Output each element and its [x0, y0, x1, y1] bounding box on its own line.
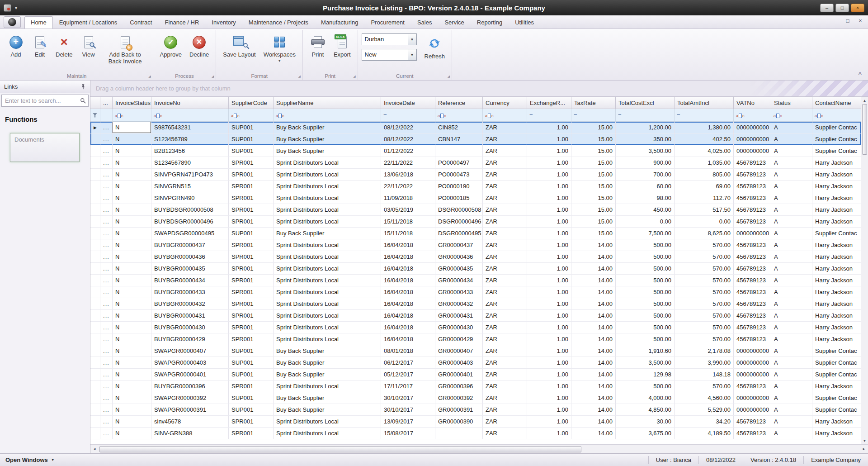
horizontal-scrollbar[interactable]: ◄ ►	[90, 444, 868, 453]
table-row[interactable]: ...NBUYBGR00000434SPR001Sprint Distribut…	[90, 275, 861, 286]
cell-Status[interactable]: A	[771, 133, 812, 145]
row-expand-button[interactable]: ...	[100, 286, 113, 298]
cell-InvoiceStatus[interactable]: N	[113, 181, 151, 192]
cell-TotalCostExcl[interactable]: 500.00	[616, 333, 675, 345]
cell-SupplierCode[interactable]: SPR001	[229, 239, 274, 251]
cell-SupplierCode[interactable]: SPR001	[229, 157, 274, 168]
cell-InvoiceStatus[interactable]: N	[113, 228, 151, 239]
row-expand-button[interactable]: ...	[100, 169, 113, 180]
cell-Currency[interactable]: ZAR	[483, 380, 527, 392]
cell-InvoiceNo[interactable]: BUYBGR00000434	[151, 275, 229, 286]
cell-VATNo[interactable]: 456789123	[734, 416, 771, 427]
cell-TaxRate[interactable]: 15.00	[571, 216, 616, 227]
cell-InvoiceStatus[interactable]: N	[113, 416, 151, 427]
cell-ExchangeRate[interactable]: 1.00	[527, 133, 571, 145]
cell-VATNo[interactable]: 0000000000	[734, 392, 771, 404]
filter-cell-InvoiceStatus[interactable]: ac	[113, 109, 151, 121]
filter-cell-Status[interactable]: ac	[771, 109, 812, 121]
cell-ContactName[interactable]: Harry Jackson	[812, 216, 861, 227]
row-expand-button[interactable]: ...	[100, 310, 113, 321]
cell-TaxRate[interactable]: 15.00	[571, 157, 616, 168]
cell-ExchangeRate[interactable]: 1.00	[527, 404, 571, 415]
cell-SupplierCode[interactable]: SUP001	[229, 122, 274, 133]
filter-cell-TaxRate[interactable]: =	[571, 109, 616, 121]
cell-ExchangeRate[interactable]: 1.00	[527, 122, 571, 133]
cell-Status[interactable]: A	[771, 122, 812, 133]
column-header-InvoiceDate[interactable]: InvoiceDate	[381, 97, 435, 109]
cell-VATNo[interactable]: 456789123	[734, 192, 771, 204]
cell-InvoiceStatus[interactable]: N	[113, 333, 151, 345]
cell-InvoiceDate[interactable]: 16/04/2018	[381, 251, 435, 262]
cell-ContactName[interactable]: Supplier Contac	[812, 392, 861, 404]
cell-VATNo[interactable]: 0000000000	[734, 133, 771, 145]
child-close-button[interactable]: ×	[856, 18, 864, 24]
cell-Currency[interactable]: ZAR	[483, 122, 527, 133]
cell-VATNo[interactable]: 0000000000	[734, 228, 771, 239]
cell-ContactName[interactable]: Harry Jackson	[812, 333, 861, 345]
cell-SupplierName[interactable]: Sprint Distributors Local	[274, 298, 381, 309]
cell-SupplierCode[interactable]: SUP001	[229, 369, 274, 380]
cell-SupplierCode[interactable]: SPR001	[229, 204, 274, 215]
dialog-launcher-icon[interactable]: ◢	[448, 75, 450, 78]
cell-InvoiceStatus[interactable]: N	[113, 369, 151, 380]
cell-Currency[interactable]: ZAR	[483, 298, 527, 309]
cell-InvoiceStatus[interactable]: N	[113, 204, 151, 215]
cell-ExchangeRate[interactable]: 1.00	[527, 286, 571, 298]
cell-TotalCostExcl[interactable]: 500.00	[616, 275, 675, 286]
cell-Reference[interactable]: PO0000185	[435, 192, 483, 204]
close-button[interactable]: ×	[851, 4, 864, 12]
cell-ExchangeRate[interactable]: 1.00	[527, 380, 571, 392]
scroll-up-icon[interactable]: ▲	[861, 97, 868, 104]
cell-SupplierName[interactable]: Sprint Distributors Local	[274, 275, 381, 286]
scroll-down-icon[interactable]: ▼	[861, 437, 868, 444]
horizontal-scrollbar-thumb[interactable]	[99, 446, 581, 452]
cell-Reference[interactable]: PO0000497	[435, 157, 483, 168]
cell-ExchangeRate[interactable]: 1.00	[527, 333, 571, 345]
row-expand-button[interactable]: ...	[100, 392, 113, 404]
cell-SupplierName[interactable]: Sprint Distributors Local	[274, 322, 381, 333]
cell-TotalCostExcl[interactable]: 350.00	[616, 133, 675, 145]
cell-Currency[interactable]: ZAR	[483, 322, 527, 333]
table-row[interactable]: ...NSWAPGR00000392SUP001Buy Back Supplie…	[90, 392, 861, 404]
cell-TotalAmtIncl[interactable]: 402.50	[675, 133, 734, 145]
cell-VATNo[interactable]: 0000000000	[734, 357, 771, 368]
row-expand-button[interactable]: ...	[100, 157, 113, 168]
print-button[interactable]: Print	[307, 32, 329, 71]
row-expand-button[interactable]: ...	[100, 263, 113, 274]
cell-SupplierName[interactable]: Sprint Distributors Local	[274, 333, 381, 345]
cell-ExchangeRate[interactable]: 1.00	[527, 310, 571, 321]
documents-link[interactable]: Documents	[10, 133, 80, 162]
cell-Currency[interactable]: ZAR	[483, 216, 527, 227]
cell-TotalCostExcl[interactable]: 900.00	[616, 157, 675, 168]
cell-TotalCostExcl[interactable]: 500.00	[616, 251, 675, 262]
add-back-to-back-invoice-button[interactable]: Add Back to Back Invoice	[101, 32, 149, 71]
cell-Reference[interactable]: GR00000396	[435, 380, 483, 392]
cell-SupplierCode[interactable]: SPR001	[229, 380, 274, 392]
cell-InvoiceNo[interactable]: SWAPGR00000392	[151, 392, 229, 404]
collapse-ribbon-icon[interactable]: ^	[858, 71, 862, 77]
cell-ContactName[interactable]: Harry Jackson	[812, 310, 861, 321]
cell-InvoiceNo[interactable]: SWAPDSGR00000495	[151, 228, 229, 239]
cell-Status[interactable]: A	[771, 369, 812, 380]
table-row[interactable]: ...NBUYBDSGR00000508SPR001Sprint Distrib…	[90, 204, 861, 216]
cell-VATNo[interactable]: 456789123	[734, 181, 771, 192]
cell-Status[interactable]: A	[771, 404, 812, 415]
cell-Status[interactable]: A	[771, 345, 812, 357]
cell-Status[interactable]: A	[771, 204, 812, 215]
dialog-launcher-icon[interactable]: ◢	[148, 75, 151, 78]
cell-ContactName[interactable]: Harry Jackson	[812, 275, 861, 286]
cell-ExchangeRate[interactable]: 1.00	[527, 145, 571, 157]
cell-TotalCostExcl[interactable]: 3,500.00	[616, 357, 675, 368]
cell-TotalAmtIncl[interactable]: 570.00	[675, 298, 734, 309]
cell-InvoiceNo[interactable]: SWAPGR00000403	[151, 357, 229, 368]
cell-InvoiceDate[interactable]: 16/04/2018	[381, 322, 435, 333]
cell-Reference[interactable]: PO0000473	[435, 169, 483, 180]
cell-Currency[interactable]: ZAR	[483, 310, 527, 321]
cell-Reference[interactable]	[435, 428, 483, 439]
table-row[interactable]: ...NSINVPGRN471PO473SPR001Sprint Distrib…	[90, 169, 861, 181]
cell-InvoiceNo[interactable]: BUYBDSGR00000508	[151, 204, 229, 215]
cell-Status[interactable]: A	[771, 333, 812, 345]
decline-button[interactable]: Decline	[186, 32, 212, 71]
cell-InvoiceDate[interactable]: 22/11/2022	[381, 181, 435, 192]
cell-VATNo[interactable]: 456789123	[734, 216, 771, 227]
